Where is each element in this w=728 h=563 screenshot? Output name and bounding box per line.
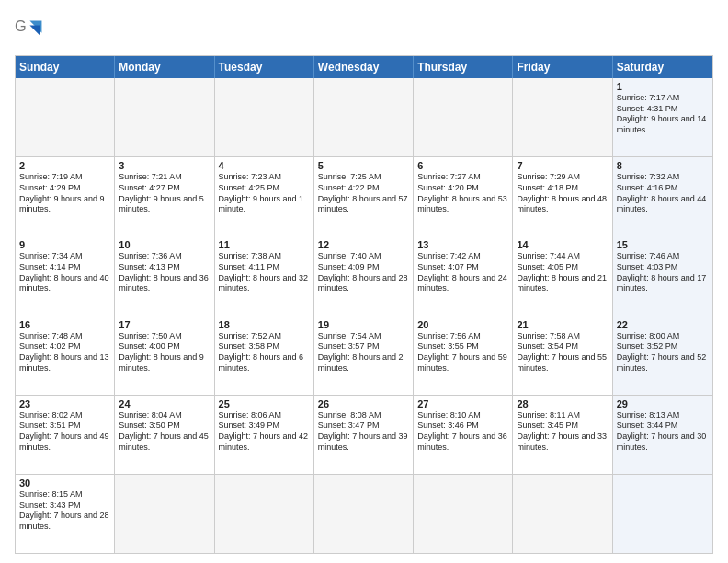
sun-info: Sunrise: 7:27 AM Sunset: 4:20 PM Dayligh… <box>417 172 508 215</box>
sun-info: Sunrise: 7:32 AM Sunset: 4:16 PM Dayligh… <box>617 172 709 215</box>
logo: G <box>15 15 51 48</box>
calendar-cell-day-2: 2Sunrise: 7:19 AM Sunset: 4:29 PM Daylig… <box>16 157 115 236</box>
sun-info: Sunrise: 7:42 AM Sunset: 4:07 PM Dayligh… <box>417 251 508 294</box>
day-number: 13 <box>417 239 508 250</box>
calendar-row-3: 16Sunrise: 7:48 AM Sunset: 4:02 PM Dayli… <box>16 316 712 396</box>
sun-info: Sunrise: 7:58 AM Sunset: 3:54 PM Dayligh… <box>517 331 608 374</box>
day-number: 3 <box>119 160 210 171</box>
day-number: 23 <box>19 398 110 409</box>
calendar-cell-day-15: 15Sunrise: 7:46 AM Sunset: 4:03 PM Dayli… <box>613 236 712 315</box>
header-day-friday: Friday <box>513 56 612 78</box>
svg-marker-2 <box>29 25 40 35</box>
calendar-row-2: 9Sunrise: 7:34 AM Sunset: 4:14 PM Daylig… <box>16 236 712 316</box>
day-number: 25 <box>219 398 310 409</box>
sun-info: Sunrise: 7:44 AM Sunset: 4:05 PM Dayligh… <box>517 251 608 294</box>
calendar-cell-day-3: 3Sunrise: 7:21 AM Sunset: 4:27 PM Daylig… <box>115 157 214 236</box>
day-number: 21 <box>517 319 608 330</box>
header-day-saturday: Saturday <box>613 56 712 78</box>
calendar-cell-day-30: 30Sunrise: 8:15 AM Sunset: 3:43 PM Dayli… <box>16 475 115 553</box>
calendar-cell-day-14: 14Sunrise: 7:44 AM Sunset: 4:05 PM Dayli… <box>513 236 612 315</box>
calendar-cell-day-28: 28Sunrise: 8:11 AM Sunset: 3:45 PM Dayli… <box>513 396 612 474</box>
sun-info: Sunrise: 7:34 AM Sunset: 4:14 PM Dayligh… <box>19 251 110 294</box>
day-number: 9 <box>19 239 110 250</box>
sun-info: Sunrise: 7:23 AM Sunset: 4:25 PM Dayligh… <box>219 172 310 215</box>
calendar-cell-day-7: 7Sunrise: 7:29 AM Sunset: 4:18 PM Daylig… <box>513 157 612 236</box>
day-number: 28 <box>517 398 608 409</box>
header: G <box>15 15 713 48</box>
sun-info: Sunrise: 8:00 AM Sunset: 3:52 PM Dayligh… <box>617 331 709 374</box>
day-number: 5 <box>318 160 409 171</box>
sun-info: Sunrise: 7:40 AM Sunset: 4:09 PM Dayligh… <box>318 251 409 294</box>
day-number: 29 <box>617 398 709 409</box>
calendar-cell-day-18: 18Sunrise: 7:52 AM Sunset: 3:58 PM Dayli… <box>215 316 314 395</box>
page: G SundayMondayTuesdayWednesdayThursdayFr… <box>0 0 728 563</box>
sun-info: Sunrise: 7:46 AM Sunset: 4:03 PM Dayligh… <box>617 251 709 294</box>
calendar-row-1: 2Sunrise: 7:19 AM Sunset: 4:29 PM Daylig… <box>16 157 712 236</box>
sun-info: Sunrise: 7:48 AM Sunset: 4:02 PM Dayligh… <box>19 331 110 374</box>
calendar-cell-empty <box>314 78 414 156</box>
day-number: 11 <box>219 239 310 250</box>
calendar-cell-day-10: 10Sunrise: 7:36 AM Sunset: 4:13 PM Dayli… <box>115 236 214 315</box>
svg-text:G: G <box>15 17 27 34</box>
sun-info: Sunrise: 7:21 AM Sunset: 4:27 PM Dayligh… <box>119 172 210 215</box>
calendar-cell-day-19: 19Sunrise: 7:54 AM Sunset: 3:57 PM Dayli… <box>314 316 414 395</box>
calendar-cell-day-17: 17Sunrise: 7:50 AM Sunset: 4:00 PM Dayli… <box>115 316 214 395</box>
sun-info: Sunrise: 7:17 AM Sunset: 4:31 PM Dayligh… <box>617 93 709 136</box>
day-number: 30 <box>19 477 110 488</box>
calendar-cell-day-29: 29Sunrise: 8:13 AM Sunset: 3:44 PM Dayli… <box>613 396 712 474</box>
sun-info: Sunrise: 7:38 AM Sunset: 4:11 PM Dayligh… <box>219 251 310 294</box>
calendar-header: SundayMondayTuesdayWednesdayThursdayFrid… <box>16 56 712 78</box>
calendar-cell-day-22: 22Sunrise: 8:00 AM Sunset: 3:52 PM Dayli… <box>613 316 712 395</box>
calendar-cell-empty <box>215 78 314 156</box>
general-blue-logo-icon: G <box>15 15 48 48</box>
calendar-cell-day-4: 4Sunrise: 7:23 AM Sunset: 4:25 PM Daylig… <box>215 157 314 236</box>
day-number: 16 <box>19 319 110 330</box>
day-number: 17 <box>119 319 210 330</box>
day-number: 6 <box>417 160 508 171</box>
day-number: 24 <box>119 398 210 409</box>
calendar-row-0: 1Sunrise: 7:17 AM Sunset: 4:31 PM Daylig… <box>16 78 712 157</box>
calendar-cell-day-21: 21Sunrise: 7:58 AM Sunset: 3:54 PM Dayli… <box>513 316 612 395</box>
calendar-cell-day-26: 26Sunrise: 8:08 AM Sunset: 3:47 PM Dayli… <box>314 396 414 474</box>
sun-info: Sunrise: 8:13 AM Sunset: 3:44 PM Dayligh… <box>617 410 709 454</box>
sun-info: Sunrise: 8:04 AM Sunset: 3:50 PM Dayligh… <box>119 410 210 454</box>
header-day-sunday: Sunday <box>16 56 115 78</box>
header-day-tuesday: Tuesday <box>215 56 314 78</box>
sun-info: Sunrise: 7:19 AM Sunset: 4:29 PM Dayligh… <box>19 172 110 215</box>
calendar-cell-empty <box>115 475 214 553</box>
calendar-cell-day-1: 1Sunrise: 7:17 AM Sunset: 4:31 PM Daylig… <box>613 78 712 156</box>
calendar-cell-day-8: 8Sunrise: 7:32 AM Sunset: 4:16 PM Daylig… <box>613 157 712 236</box>
calendar-cell-day-5: 5Sunrise: 7:25 AM Sunset: 4:22 PM Daylig… <box>314 157 414 236</box>
calendar-row-4: 23Sunrise: 8:02 AM Sunset: 3:51 PM Dayli… <box>16 396 712 475</box>
sun-info: Sunrise: 7:52 AM Sunset: 3:58 PM Dayligh… <box>219 331 310 374</box>
day-number: 1 <box>617 81 709 92</box>
sun-info: Sunrise: 8:06 AM Sunset: 3:49 PM Dayligh… <box>219 410 310 454</box>
sun-info: Sunrise: 7:29 AM Sunset: 4:18 PM Dayligh… <box>517 172 608 215</box>
sun-info: Sunrise: 7:36 AM Sunset: 4:13 PM Dayligh… <box>119 251 210 294</box>
day-number: 2 <box>19 160 110 171</box>
calendar-cell-day-12: 12Sunrise: 7:40 AM Sunset: 4:09 PM Dayli… <box>314 236 414 315</box>
calendar-cell-empty <box>115 78 214 156</box>
sun-info: Sunrise: 7:50 AM Sunset: 4:00 PM Dayligh… <box>119 331 210 374</box>
calendar-cell-day-25: 25Sunrise: 8:06 AM Sunset: 3:49 PM Dayli… <box>215 396 314 474</box>
calendar-cell-empty <box>16 78 115 156</box>
day-number: 4 <box>219 160 310 171</box>
day-number: 12 <box>318 239 409 250</box>
day-number: 22 <box>617 319 709 330</box>
calendar-cell-day-27: 27Sunrise: 8:10 AM Sunset: 3:46 PM Dayli… <box>414 396 513 474</box>
header-day-monday: Monday <box>115 56 214 78</box>
day-number: 14 <box>517 239 608 250</box>
calendar-cell-day-20: 20Sunrise: 7:56 AM Sunset: 3:55 PM Dayli… <box>414 316 513 395</box>
calendar-cell-empty <box>513 475 612 553</box>
calendar: SundayMondayTuesdayWednesdayThursdayFrid… <box>15 55 713 554</box>
sun-info: Sunrise: 7:25 AM Sunset: 4:22 PM Dayligh… <box>318 172 409 215</box>
calendar-cell-empty <box>613 475 712 553</box>
day-number: 27 <box>417 398 508 409</box>
sun-info: Sunrise: 8:11 AM Sunset: 3:45 PM Dayligh… <box>517 410 608 454</box>
calendar-body: 1Sunrise: 7:17 AM Sunset: 4:31 PM Daylig… <box>16 78 712 553</box>
day-number: 20 <box>417 319 508 330</box>
calendar-cell-empty <box>414 78 513 156</box>
sun-info: Sunrise: 8:10 AM Sunset: 3:46 PM Dayligh… <box>417 410 508 454</box>
calendar-cell-day-11: 11Sunrise: 7:38 AM Sunset: 4:11 PM Dayli… <box>215 236 314 315</box>
calendar-cell-day-16: 16Sunrise: 7:48 AM Sunset: 4:02 PM Dayli… <box>16 316 115 395</box>
